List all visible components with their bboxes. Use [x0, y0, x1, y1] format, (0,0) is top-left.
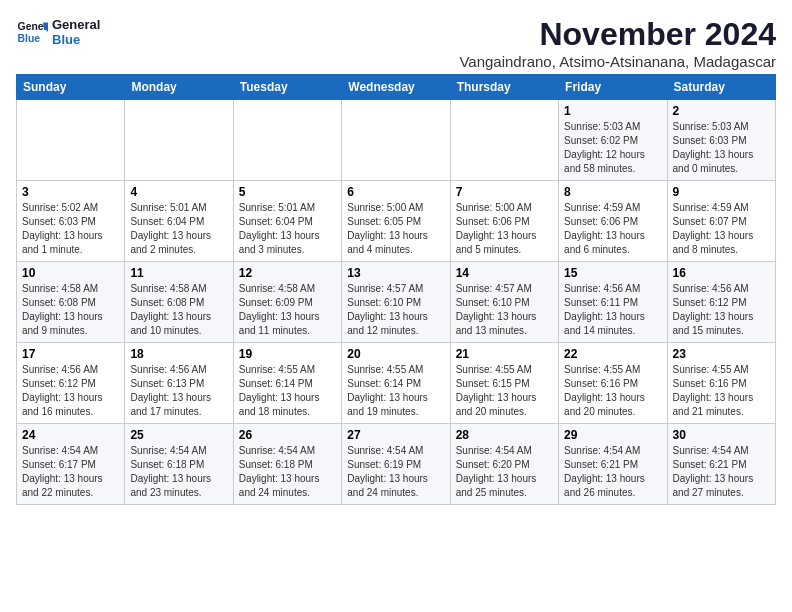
calendar-cell: 21Sunrise: 4:55 AM Sunset: 6:15 PM Dayli… — [450, 343, 558, 424]
day-info: Sunrise: 4:58 AM Sunset: 6:08 PM Dayligh… — [130, 282, 227, 338]
day-number: 14 — [456, 266, 553, 280]
day-info: Sunrise: 5:02 AM Sunset: 6:03 PM Dayligh… — [22, 201, 119, 257]
day-info: Sunrise: 4:56 AM Sunset: 6:11 PM Dayligh… — [564, 282, 661, 338]
day-number: 22 — [564, 347, 661, 361]
calendar-cell: 19Sunrise: 4:55 AM Sunset: 6:14 PM Dayli… — [233, 343, 341, 424]
day-info: Sunrise: 4:59 AM Sunset: 6:06 PM Dayligh… — [564, 201, 661, 257]
day-header-wednesday: Wednesday — [342, 75, 450, 100]
calendar-week-row: 3Sunrise: 5:02 AM Sunset: 6:03 PM Daylig… — [17, 181, 776, 262]
calendar-cell: 7Sunrise: 5:00 AM Sunset: 6:06 PM Daylig… — [450, 181, 558, 262]
day-info: Sunrise: 4:55 AM Sunset: 6:14 PM Dayligh… — [347, 363, 444, 419]
day-number: 15 — [564, 266, 661, 280]
calendar-cell — [17, 100, 125, 181]
day-number: 20 — [347, 347, 444, 361]
calendar-week-row: 10Sunrise: 4:58 AM Sunset: 6:08 PM Dayli… — [17, 262, 776, 343]
calendar-cell: 16Sunrise: 4:56 AM Sunset: 6:12 PM Dayli… — [667, 262, 775, 343]
day-number: 4 — [130, 185, 227, 199]
day-number: 23 — [673, 347, 770, 361]
day-info: Sunrise: 5:00 AM Sunset: 6:06 PM Dayligh… — [456, 201, 553, 257]
logo-line1: General — [52, 17, 100, 32]
title-area: November 2024 Vangaindrano, Atsimo-Atsin… — [459, 16, 776, 70]
day-number: 17 — [22, 347, 119, 361]
subtitle: Vangaindrano, Atsimo-Atsinanana, Madagas… — [459, 53, 776, 70]
day-number: 3 — [22, 185, 119, 199]
calendar-cell: 12Sunrise: 4:58 AM Sunset: 6:09 PM Dayli… — [233, 262, 341, 343]
day-header-saturday: Saturday — [667, 75, 775, 100]
day-number: 30 — [673, 428, 770, 442]
day-number: 1 — [564, 104, 661, 118]
calendar-cell: 17Sunrise: 4:56 AM Sunset: 6:12 PM Dayli… — [17, 343, 125, 424]
calendar-cell: 5Sunrise: 5:01 AM Sunset: 6:04 PM Daylig… — [233, 181, 341, 262]
calendar-cell: 26Sunrise: 4:54 AM Sunset: 6:18 PM Dayli… — [233, 424, 341, 505]
day-number: 7 — [456, 185, 553, 199]
calendar-cell: 22Sunrise: 4:55 AM Sunset: 6:16 PM Dayli… — [559, 343, 667, 424]
day-info: Sunrise: 4:58 AM Sunset: 6:09 PM Dayligh… — [239, 282, 336, 338]
day-number: 19 — [239, 347, 336, 361]
calendar-cell: 27Sunrise: 4:54 AM Sunset: 6:19 PM Dayli… — [342, 424, 450, 505]
calendar-header-row: SundayMondayTuesdayWednesdayThursdayFrid… — [17, 75, 776, 100]
day-number: 26 — [239, 428, 336, 442]
day-number: 29 — [564, 428, 661, 442]
day-info: Sunrise: 4:55 AM Sunset: 6:14 PM Dayligh… — [239, 363, 336, 419]
calendar-cell: 13Sunrise: 4:57 AM Sunset: 6:10 PM Dayli… — [342, 262, 450, 343]
calendar-week-row: 24Sunrise: 4:54 AM Sunset: 6:17 PM Dayli… — [17, 424, 776, 505]
day-info: Sunrise: 4:54 AM Sunset: 6:20 PM Dayligh… — [456, 444, 553, 500]
calendar-cell: 28Sunrise: 4:54 AM Sunset: 6:20 PM Dayli… — [450, 424, 558, 505]
day-header-thursday: Thursday — [450, 75, 558, 100]
logo: General Blue General Blue — [16, 16, 100, 48]
day-info: Sunrise: 4:56 AM Sunset: 6:12 PM Dayligh… — [673, 282, 770, 338]
day-info: Sunrise: 4:55 AM Sunset: 6:15 PM Dayligh… — [456, 363, 553, 419]
day-info: Sunrise: 5:03 AM Sunset: 6:02 PM Dayligh… — [564, 120, 661, 176]
calendar-cell: 20Sunrise: 4:55 AM Sunset: 6:14 PM Dayli… — [342, 343, 450, 424]
logo-line2: Blue — [52, 32, 100, 47]
calendar-week-row: 17Sunrise: 4:56 AM Sunset: 6:12 PM Dayli… — [17, 343, 776, 424]
svg-text:Blue: Blue — [18, 33, 41, 44]
day-number: 13 — [347, 266, 444, 280]
calendar-cell — [342, 100, 450, 181]
day-info: Sunrise: 4:59 AM Sunset: 6:07 PM Dayligh… — [673, 201, 770, 257]
calendar-cell: 4Sunrise: 5:01 AM Sunset: 6:04 PM Daylig… — [125, 181, 233, 262]
day-info: Sunrise: 5:00 AM Sunset: 6:05 PM Dayligh… — [347, 201, 444, 257]
day-number: 6 — [347, 185, 444, 199]
calendar-cell: 15Sunrise: 4:56 AM Sunset: 6:11 PM Dayli… — [559, 262, 667, 343]
calendar-cell: 18Sunrise: 4:56 AM Sunset: 6:13 PM Dayli… — [125, 343, 233, 424]
day-info: Sunrise: 4:58 AM Sunset: 6:08 PM Dayligh… — [22, 282, 119, 338]
calendar-cell — [125, 100, 233, 181]
day-info: Sunrise: 4:54 AM Sunset: 6:19 PM Dayligh… — [347, 444, 444, 500]
day-number: 18 — [130, 347, 227, 361]
calendar-cell: 2Sunrise: 5:03 AM Sunset: 6:03 PM Daylig… — [667, 100, 775, 181]
day-number: 16 — [673, 266, 770, 280]
day-number: 25 — [130, 428, 227, 442]
day-number: 11 — [130, 266, 227, 280]
day-info: Sunrise: 4:57 AM Sunset: 6:10 PM Dayligh… — [347, 282, 444, 338]
day-header-friday: Friday — [559, 75, 667, 100]
calendar-cell: 29Sunrise: 4:54 AM Sunset: 6:21 PM Dayli… — [559, 424, 667, 505]
calendar-cell: 6Sunrise: 5:00 AM Sunset: 6:05 PM Daylig… — [342, 181, 450, 262]
day-number: 9 — [673, 185, 770, 199]
day-info: Sunrise: 4:54 AM Sunset: 6:21 PM Dayligh… — [564, 444, 661, 500]
day-number: 12 — [239, 266, 336, 280]
day-number: 27 — [347, 428, 444, 442]
calendar-table: SundayMondayTuesdayWednesdayThursdayFrid… — [16, 74, 776, 505]
day-info: Sunrise: 4:54 AM Sunset: 6:18 PM Dayligh… — [239, 444, 336, 500]
calendar-cell: 8Sunrise: 4:59 AM Sunset: 6:06 PM Daylig… — [559, 181, 667, 262]
day-info: Sunrise: 4:54 AM Sunset: 6:17 PM Dayligh… — [22, 444, 119, 500]
day-info: Sunrise: 4:56 AM Sunset: 6:12 PM Dayligh… — [22, 363, 119, 419]
day-number: 8 — [564, 185, 661, 199]
calendar-week-row: 1Sunrise: 5:03 AM Sunset: 6:02 PM Daylig… — [17, 100, 776, 181]
day-header-monday: Monday — [125, 75, 233, 100]
calendar-cell: 1Sunrise: 5:03 AM Sunset: 6:02 PM Daylig… — [559, 100, 667, 181]
day-header-tuesday: Tuesday — [233, 75, 341, 100]
day-info: Sunrise: 4:56 AM Sunset: 6:13 PM Dayligh… — [130, 363, 227, 419]
calendar-cell: 11Sunrise: 4:58 AM Sunset: 6:08 PM Dayli… — [125, 262, 233, 343]
day-number: 24 — [22, 428, 119, 442]
calendar-cell — [450, 100, 558, 181]
day-info: Sunrise: 4:54 AM Sunset: 6:18 PM Dayligh… — [130, 444, 227, 500]
day-info: Sunrise: 4:55 AM Sunset: 6:16 PM Dayligh… — [673, 363, 770, 419]
calendar-cell: 3Sunrise: 5:02 AM Sunset: 6:03 PM Daylig… — [17, 181, 125, 262]
calendar-cell: 23Sunrise: 4:55 AM Sunset: 6:16 PM Dayli… — [667, 343, 775, 424]
day-number: 2 — [673, 104, 770, 118]
day-number: 21 — [456, 347, 553, 361]
day-number: 10 — [22, 266, 119, 280]
day-header-sunday: Sunday — [17, 75, 125, 100]
